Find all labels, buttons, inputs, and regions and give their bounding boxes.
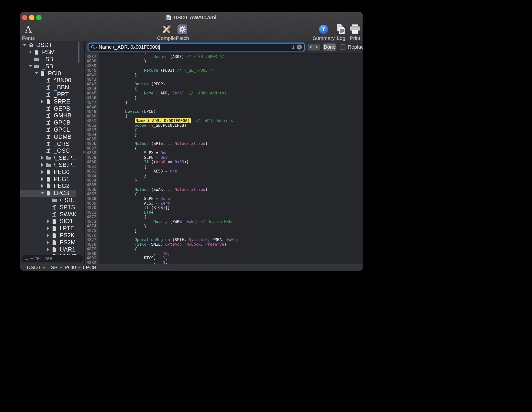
toolbar-item-log[interactable]: Log xyxy=(335,23,347,41)
toolbar-item-summary[interactable]: i Summary xyxy=(313,23,335,41)
sidebar-scrollbar-thumb[interactable] xyxy=(78,42,79,63)
text-caret xyxy=(159,45,160,50)
code-line: AES3 = Zero xyxy=(106,201,363,206)
line-number: 4841 xyxy=(85,73,99,78)
disclosure-right-icon[interactable] xyxy=(45,241,51,244)
tree-item-lpcb[interactable]: LPCB xyxy=(20,190,76,197)
line-number: 4870 xyxy=(85,206,99,210)
disclosure-right-icon[interactable] xyxy=(28,50,33,54)
code-line: If (RTCS){} xyxy=(106,206,363,210)
disclosure-right-icon[interactable] xyxy=(45,248,51,251)
code-line xyxy=(106,64,363,68)
disclosure-right-icon[interactable] xyxy=(45,234,51,237)
tree-item-gepb[interactable]: GEPB xyxy=(20,105,76,112)
tree-item-sio1[interactable]: SIO1 xyxy=(20,218,76,225)
disclosure-down-icon[interactable] xyxy=(40,192,45,194)
tree-item-sb[interactable]: _SB xyxy=(20,56,76,63)
tree-item-uar1[interactable]: UAR1 xyxy=(20,246,76,253)
find-previous-button[interactable]: < xyxy=(308,44,314,50)
line-number: 4869 xyxy=(85,201,99,206)
tree-item-sb[interactable]: \_SB.… xyxy=(20,197,76,204)
tree-item-osc[interactable]: _OSC xyxy=(20,147,76,154)
line-number: 4868 xyxy=(85,196,99,201)
code-line xyxy=(106,233,363,238)
tree-item-pci0[interactable]: PCI0 xyxy=(20,70,76,77)
disclosure-right-icon[interactable] xyxy=(40,184,45,188)
tree-item-sbp[interactable]: \_SB.P… xyxy=(20,154,76,161)
toolbar-label: Log xyxy=(335,35,347,41)
line-number: 4856 xyxy=(85,141,99,146)
code-content[interactable]: { Return (AR03) /* \_SB_.AR03 */ } Retur… xyxy=(99,53,363,264)
code-line: Device (LPCB) xyxy=(106,109,363,114)
code-line: Else xyxy=(106,210,363,215)
tree-item-dsdt[interactable]: DSDT xyxy=(20,42,76,49)
tree-item-sb[interactable]: _SB xyxy=(20,63,76,70)
disclosure-right-icon[interactable] xyxy=(40,177,45,181)
tree-item-peg0[interactable]: PEG0 xyxy=(20,168,76,175)
breadcrumb-item-pci0[interactable]: PCI0 xyxy=(65,264,76,270)
breadcrumb-item-dsdt[interactable]: DSDT xyxy=(27,264,41,270)
tree-item-ps2k[interactable]: PS2K xyxy=(20,232,76,239)
tree-item-ps2m[interactable]: PS2M xyxy=(20,239,76,246)
tree-item-sbp[interactable]: \_SB.P… xyxy=(20,161,76,169)
code-line: { xyxy=(106,164,363,169)
disclosure-right-icon[interactable] xyxy=(40,100,45,103)
toolbar-item-print[interactable]: Print xyxy=(348,23,362,41)
tree-item-swak[interactable]: SWAK xyxy=(20,211,76,218)
pane-splitter-handle[interactable] xyxy=(83,151,85,153)
tree-item-gdmb[interactable]: GDMB xyxy=(20,133,76,140)
disclosure-down-icon[interactable] xyxy=(22,44,27,46)
tree-item-crs[interactable]: _CRS xyxy=(20,140,76,147)
disclosure-down-icon[interactable] xyxy=(34,72,39,74)
tree-item-bbn[interactable]: _BBN xyxy=(20,84,76,91)
titlebar[interactable]: DSDT-AWAC.aml xyxy=(20,12,363,23)
tree-item-gmhb[interactable]: GMHB xyxy=(20,112,76,119)
find-next-button[interactable]: > xyxy=(314,44,320,50)
method-icon xyxy=(45,148,51,154)
doc-icon xyxy=(45,190,51,196)
doc-icon xyxy=(51,232,57,238)
tree-item-peg1[interactable]: PEG1 xyxy=(20,175,76,183)
line-number: 4850 xyxy=(85,114,99,119)
filter-tree-input[interactable]: Filter Tree xyxy=(22,255,83,262)
tree-item-bn00[interactable]: ^BN00 xyxy=(20,77,76,84)
replace-label[interactable]: Replace xyxy=(348,44,363,50)
disclosure-right-icon[interactable] xyxy=(45,227,51,230)
tree-item-gpcl[interactable]: GPCL xyxy=(20,126,76,133)
find-input[interactable]: ▾ Name (_ADR, 0x001F0000) 1 × xyxy=(88,43,305,51)
code-line: Scope (\_SB.PCI0.LPCB) xyxy=(106,123,363,128)
done-button[interactable]: Done xyxy=(323,43,336,51)
replace-checkbox[interactable] xyxy=(340,44,345,50)
code-line: SLPE = Zero xyxy=(106,196,363,201)
code-line: Name (_ADR, 0x001F0000) // _ADR: Address xyxy=(106,119,363,123)
breadcrumb-item-lpcb[interactable]: LPCB xyxy=(83,264,96,270)
disclosure-right-icon[interactable] xyxy=(40,170,45,174)
clear-search-icon[interactable]: × xyxy=(297,45,302,50)
tree-item-psm[interactable]: PSM xyxy=(20,49,76,56)
doc-icon xyxy=(51,240,57,245)
tree-item-lpte[interactable]: LPTE xyxy=(20,225,76,232)
line-number: 4872 xyxy=(85,215,99,219)
tree-item-label: PEG2 xyxy=(54,183,69,189)
breadcrumb-item-sb[interactable]: _SB xyxy=(48,264,58,270)
tree-item-gpcb[interactable]: GPCB xyxy=(20,119,76,126)
toolbar-item-patch[interactable]: Patch xyxy=(173,23,191,41)
code-line: SLPE = One xyxy=(106,155,363,160)
code-line xyxy=(106,77,363,82)
line-number: 4853 xyxy=(85,128,99,132)
toolbar-item-fonts[interactable]: A Fonts xyxy=(21,23,36,41)
tree-item-srre[interactable]: SRRE xyxy=(20,98,76,105)
tree-item-label: \_SB.P… xyxy=(54,161,76,168)
disclosure-down-icon[interactable] xyxy=(28,65,33,67)
code-editor[interactable]: 4836483748384839484048414842484348444845… xyxy=(85,53,363,264)
tree-item-peg2[interactable]: PEG2 xyxy=(20,183,76,190)
tree-item-prt[interactable]: _PRT xyxy=(20,91,76,98)
disclosure-right-icon[interactable] xyxy=(45,219,51,223)
search-scope-chevron-icon[interactable]: ▾ xyxy=(96,46,97,49)
disclosure-right-icon[interactable] xyxy=(40,163,45,167)
tree-item-spts[interactable]: SPTS xyxy=(20,204,76,211)
code-line: } xyxy=(106,173,363,178)
line-number: 4852 xyxy=(85,123,99,128)
disclosure-right-icon[interactable] xyxy=(40,156,45,160)
filter-placeholder: Filter Tree xyxy=(30,256,52,261)
